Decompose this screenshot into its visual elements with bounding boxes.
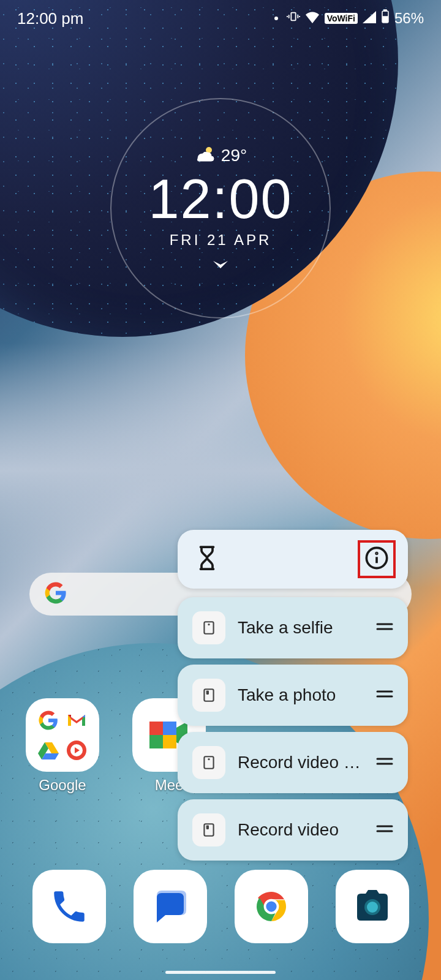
drag-handle-icon[interactable] — [376, 622, 393, 633]
battery-icon — [381, 9, 390, 28]
svg-rect-33 — [149, 735, 163, 748]
hourglass-icon[interactable] — [196, 545, 218, 573]
app-shortcut-popup: Take a selfie Take a photo Record video … — [178, 530, 408, 867]
drag-handle-icon[interactable] — [376, 757, 393, 768]
folder-tile — [26, 698, 99, 772]
folder-label: Google — [39, 777, 86, 794]
svg-rect-0 — [291, 13, 295, 21]
shortcut-label: Record video — [238, 820, 364, 840]
svg-rect-24 — [204, 824, 213, 836]
google-logo-icon — [44, 581, 67, 607]
battery-percent: 56% — [394, 10, 424, 27]
camera-app-icon[interactable] — [336, 870, 409, 943]
chevron-down-icon[interactable] — [213, 261, 228, 272]
drag-handle-icon[interactable] — [376, 824, 393, 835]
status-bar: 12:00 pm VoWiFi 56% — [0, 0, 441, 37]
clock-weather-widget[interactable]: 29° 12:00 FRI 21 APR — [110, 98, 331, 318]
selfie-camera-icon — [192, 611, 225, 644]
notification-dot-icon — [274, 17, 278, 20]
svg-point-11 — [376, 553, 377, 554]
svg-rect-16 — [204, 689, 213, 701]
clock-date: FRI 21 APR — [170, 232, 272, 249]
shortcut-label: Take a photo — [238, 685, 364, 705]
vowifi-badge: VoWiFi — [325, 13, 358, 24]
phone-app-icon[interactable] — [32, 870, 106, 943]
shortcut-record-video-selfie[interactable]: Record video (sel… — [178, 732, 408, 793]
svg-rect-31 — [149, 722, 163, 735]
svg-rect-25 — [206, 825, 209, 829]
youtube-mini-icon — [64, 738, 89, 763]
popup-header — [178, 530, 408, 589]
shortcut-label: Record video (sel… — [238, 753, 364, 772]
wifi-icon — [305, 10, 320, 27]
status-time: 12:00 pm — [17, 9, 83, 28]
signal-icon — [363, 10, 376, 27]
clock-time: 12:00 — [148, 172, 292, 227]
svg-point-21 — [208, 758, 209, 760]
svg-rect-32 — [163, 722, 176, 735]
info-button-highlight — [358, 540, 396, 578]
svg-point-13 — [208, 624, 209, 625]
google-folder[interactable]: Google — [26, 698, 99, 794]
dock — [0, 870, 441, 943]
info-icon[interactable] — [364, 546, 389, 573]
shortcut-take-selfie[interactable]: Take a selfie — [178, 597, 408, 658]
messages-app-icon[interactable] — [134, 870, 207, 943]
temperature: 29° — [221, 146, 247, 165]
svg-rect-7 — [383, 17, 388, 22]
svg-rect-6 — [384, 10, 386, 11]
navigation-handle[interactable] — [165, 971, 276, 974]
drag-handle-icon[interactable] — [376, 690, 393, 701]
selfie-video-icon — [192, 746, 225, 779]
gmail-mini-icon — [64, 708, 89, 733]
rear-camera-icon — [192, 679, 225, 712]
svg-point-38 — [367, 902, 378, 913]
shortcut-take-photo[interactable]: Take a photo — [178, 665, 408, 726]
status-indicators: VoWiFi 56% — [274, 9, 424, 28]
drive-mini-icon — [36, 738, 61, 763]
rear-video-icon — [192, 813, 225, 846]
weather-row[interactable]: 29° — [194, 145, 247, 167]
vibrate-icon — [287, 10, 300, 27]
google-mini-icon — [36, 708, 61, 733]
svg-rect-17 — [206, 690, 209, 695]
chrome-app-icon[interactable] — [235, 870, 308, 943]
shortcut-record-video[interactable]: Record video — [178, 799, 408, 861]
weather-icon — [194, 145, 215, 167]
shortcut-label: Take a selfie — [238, 618, 364, 638]
